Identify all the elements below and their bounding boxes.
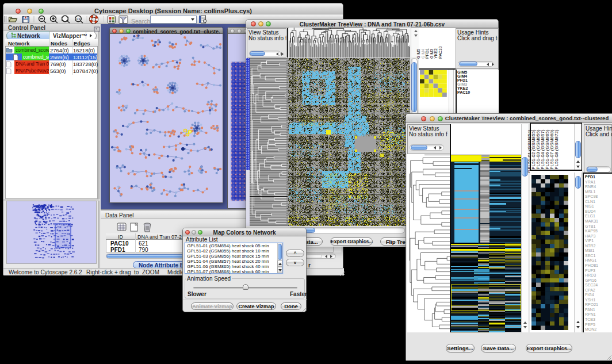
svg-text:1:1: 1:1 xyxy=(76,17,81,21)
